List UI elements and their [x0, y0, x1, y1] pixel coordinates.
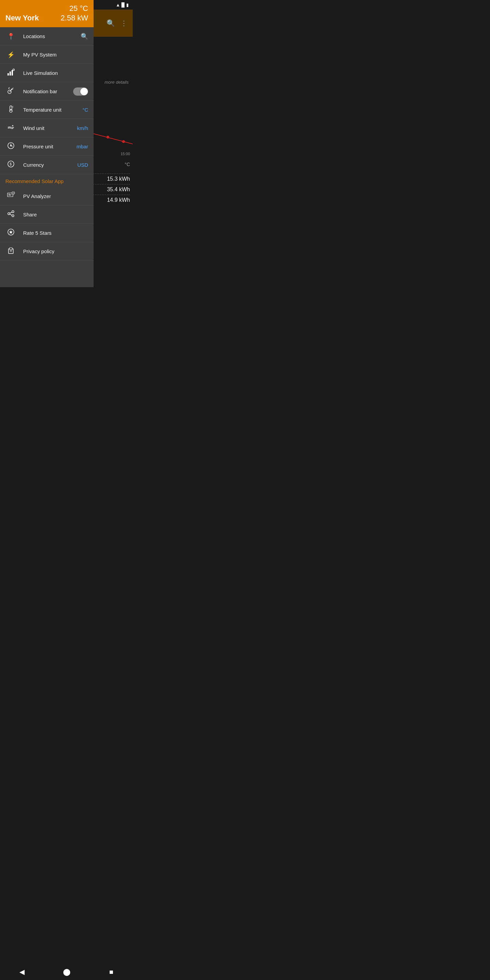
rate-stars-icon [5, 228, 16, 237]
pressure-unit-value: mbar [76, 143, 88, 150]
drawer-label-privacy-policy: Privacy policy [23, 248, 88, 254]
svg-point-16 [13, 69, 14, 71]
privacy-policy-icon [5, 247, 16, 256]
drawer-item-pressure-unit[interactable]: Pressure unit mbar [0, 137, 94, 156]
battery-icon: ▮ [126, 2, 129, 8]
svg-line-40 [10, 212, 12, 213]
live-simulation-icon [5, 68, 16, 78]
svg-rect-13 [8, 73, 9, 76]
more-details-link[interactable]: more details [105, 80, 129, 85]
recommended-section-label: Recommended Solar App [5, 178, 64, 184]
svg-text:$: $ [10, 162, 12, 166]
navigation-drawer: 25 °C New York 2.58 kW 📍 Locations 🔍 ⚡ M… [0, 0, 94, 287]
drawer-label-temperature-unit: Temperature unit [23, 107, 82, 113]
drawer-temperature: 25 °C [5, 4, 88, 13]
drawer-item-pv-system[interactable]: ⚡ My PV System [0, 46, 94, 64]
signal-icon: ▉ [121, 2, 125, 8]
drawer-label-rate-5-stars: Rate 5 Stars [23, 230, 88, 236]
chart-svg [94, 129, 133, 149]
more-options-icon[interactable]: ⋮ [121, 19, 127, 27]
svg-point-11 [107, 136, 109, 138]
svg-line-41 [10, 215, 12, 215]
svg-point-27 [11, 145, 11, 146]
drawer-location-name: New York [5, 14, 39, 22]
svg-point-39 [12, 215, 14, 217]
currency-value: USD [77, 162, 88, 168]
drawer-label-wind-unit: Wind unit [23, 125, 77, 131]
kwh-unit-c: °C [124, 162, 130, 167]
svg-rect-15 [11, 70, 13, 76]
wind-icon [5, 124, 16, 133]
drawer-item-live-simulation[interactable]: Live Simulation [0, 64, 94, 82]
temperature-icon: C [5, 105, 16, 115]
drawer-label-pv-analyzer: PV Analyzer [23, 193, 88, 199]
toggle-track [73, 88, 88, 95]
svg-point-38 [8, 213, 10, 215]
drawer-label-pv-system: My PV System [23, 52, 88, 57]
svg-point-37 [12, 211, 14, 213]
drawer-item-rate-5-stars[interactable]: Rate 5 Stars [0, 224, 94, 242]
drawer-label-notification-bar: Notification bar [23, 89, 73, 94]
recommended-section-header: Recommended Solar App [0, 174, 94, 187]
drawer-item-pv-analyzer[interactable]: PV Analyzer [0, 187, 94, 205]
drawer-label-pressure-unit: Pressure unit [23, 143, 76, 150]
svg-point-12 [122, 140, 125, 143]
drawer-item-privacy-policy[interactable]: Privacy policy [0, 242, 94, 261]
svg-marker-43 [9, 231, 13, 234]
svg-rect-45 [10, 248, 12, 250]
drawer-header: 25 °C New York 2.58 kW [0, 0, 94, 27]
notification-toggle[interactable] [73, 88, 88, 95]
svg-text:C: C [12, 106, 14, 108]
wind-unit-value: km/h [77, 125, 88, 131]
temperature-unit-value: °C [82, 107, 88, 113]
drawer-power-value: 2.58 kW [60, 14, 88, 22]
drawer-location-row: New York 2.58 kW [5, 14, 88, 22]
drawer-label-live-simulation: Live Simulation [23, 70, 88, 76]
svg-rect-14 [10, 72, 11, 76]
drawer-item-currency[interactable]: $ Currency USD [0, 156, 94, 174]
drawer-label-locations: Locations [23, 33, 81, 39]
pressure-icon [5, 142, 16, 151]
notification-bar-icon [5, 87, 16, 96]
svg-line-10 [94, 134, 133, 144]
search-icon-locations[interactable]: 🔍 [81, 33, 88, 40]
wifi-icon: ▲ [116, 2, 120, 8]
search-icon-bg[interactable]: 🔍 [107, 19, 115, 27]
drawer-item-wind-unit[interactable]: Wind unit km/h [0, 119, 94, 137]
pv-system-icon: ⚡ [5, 51, 16, 59]
drawer-item-locations[interactable]: 📍 Locations 🔍 [0, 27, 94, 46]
drawer-label-currency: Currency [23, 162, 77, 168]
drawer-item-notification-bar[interactable]: Notification bar [0, 82, 94, 101]
drawer-item-share[interactable]: Share [0, 205, 94, 224]
share-icon [5, 210, 16, 219]
svg-line-18 [10, 88, 13, 92]
svg-point-20 [10, 110, 12, 112]
currency-icon: $ [5, 160, 16, 169]
pv-analyzer-icon [5, 192, 16, 201]
drawer-label-share: Share [23, 212, 88, 218]
toggle-thumb [80, 88, 88, 95]
location-icon: 📍 [5, 33, 16, 40]
drawer-item-temperature-unit[interactable]: C Temperature unit °C [0, 101, 94, 119]
